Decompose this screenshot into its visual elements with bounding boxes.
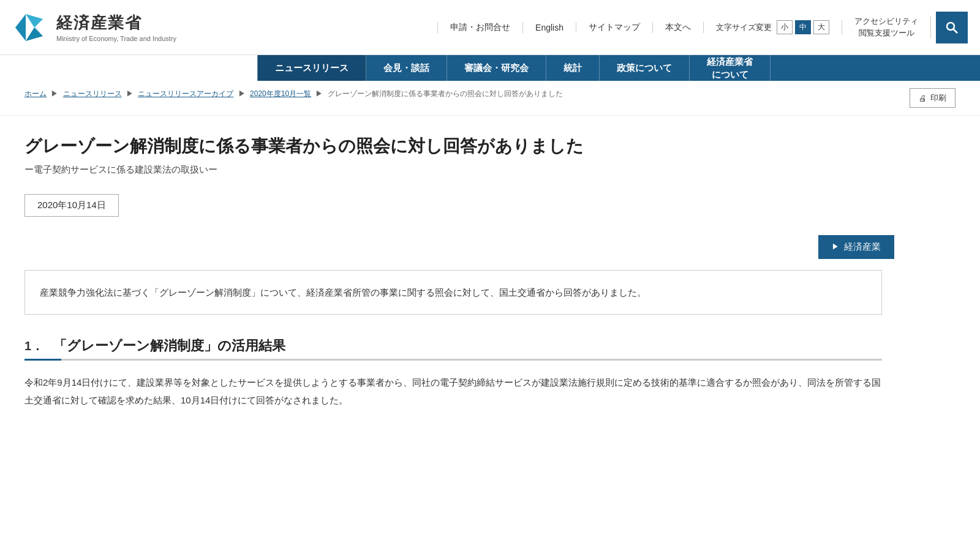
svg-line-5 [954,29,958,33]
section1-body: 令和2年9月14日付けにて、建設業界等を対象としたサービスを提供しようとする事業… [24,374,882,409]
section1-title: 「グレーゾーン解消制度」の活用結果 [53,337,285,355]
main-content: グレーゾーン解消制度に係る事業者からの照会に対し回答がありました ー電子契約サー… [0,116,919,433]
nav-statistics[interactable]: 統計 [546,55,600,81]
logo-text-area: 経済産業省 Ministry of Economy, Trade and Ind… [56,12,176,42]
search-button[interactable] [936,12,968,43]
font-size-small[interactable]: 小 [777,20,793,34]
print-label: 印刷 [930,92,946,103]
main-nav: ニュースリリース 会見・談話 審議会・研究会 統計 政策について 経済産業省につ… [257,55,980,81]
page-subtitle: ー電子契約サービスに係る建設業法の取扱いー [24,164,894,176]
date-box: 2020年10月14日 [24,194,119,217]
font-size-label: 文字サイズ変更 [716,22,772,33]
logo-icon [12,9,49,46]
breadcrumb: ホーム ▶ ニュースリリース ▶ ニュースリリースアーカイブ ▶ 2020年度1… [24,88,897,100]
tag-row: ▶ 経済産業 [24,235,894,259]
breadcrumb-current: グレーゾーン解消制度に係る事業者からの照会に対し回答がありました [328,89,563,98]
breadcrumb-sep-3: ▶ [238,89,246,98]
nav-policy[interactable]: 政策について [600,55,690,81]
top-navigation: 申請・お問合せ English サイトマップ 本文へ 文字サイズ変更 小 中 大… [270,12,968,43]
header-top: 経済産業省 Ministry of Economy, Trade and Ind… [0,0,980,55]
breadcrumb-bar: ホーム ▶ ニュースリリース ▶ ニュースリリースアーカイブ ▶ 2020年度1… [0,81,980,116]
section1-number: 1． [24,338,43,354]
search-icon [944,20,959,35]
svg-marker-0 [15,14,26,41]
page-title: グレーゾーン解消制度に係る事業者からの照会に対し回答がありました [24,134,894,158]
nav-inquiry[interactable]: 申請・お問合せ [437,22,523,33]
breadcrumb-oct-list[interactable]: 2020年度10月一覧 [250,89,311,98]
nav-main-text[interactable]: 本文へ [653,22,704,33]
nav-press-conference[interactable]: 会見・談話 [366,55,447,81]
section1-underline [24,359,882,361]
breadcrumb-home[interactable]: ホーム [24,89,47,98]
logo-area: 経済産業省 Ministry of Economy, Trade and Ind… [12,9,270,46]
logo-title-en: Ministry of Economy, Trade and Industry [56,35,176,42]
tag-button[interactable]: ▶ 経済産業 [818,235,894,259]
print-icon: 🖨 [919,94,927,103]
breadcrumb-sep-2: ▶ [126,89,134,98]
font-size-large[interactable]: 大 [813,20,829,34]
accessibility-area[interactable]: アクセシビリティ閲覧支援ツール [842,16,931,38]
nav-sitemap[interactable]: サイトマップ [576,22,653,33]
breadcrumb-news[interactable]: ニュースリリース [63,89,122,98]
nav-news-releases[interactable]: ニュースリリース [257,55,366,81]
nav-english[interactable]: English [523,23,576,32]
logo-title-jp: 経済産業省 [56,12,176,34]
svg-point-4 [947,23,954,30]
nav-councils[interactable]: 審議会・研究会 [447,55,546,81]
breadcrumb-sep-1: ▶ [51,89,58,98]
section1-header: 1． 「グレーゾーン解消制度」の活用結果 [24,337,894,355]
font-size-medium[interactable]: 中 [795,20,811,34]
font-size-control: 文字サイズ変更 小 中 大 [704,20,842,34]
breadcrumb-sep-4: ▶ [315,89,323,98]
print-button[interactable]: 🖨 印刷 [910,88,956,108]
tag-label: 経済産業 [844,241,881,253]
breadcrumb-archive[interactable]: ニュースリリースアーカイブ [138,89,233,98]
summary-box: 産業競争力強化法に基づく「グレーゾーン解消制度」について、経済産業省所管の事業に… [24,270,882,315]
tag-arrow-icon: ▶ [832,242,839,252]
nav-about[interactable]: 経済産業省について [690,55,771,81]
